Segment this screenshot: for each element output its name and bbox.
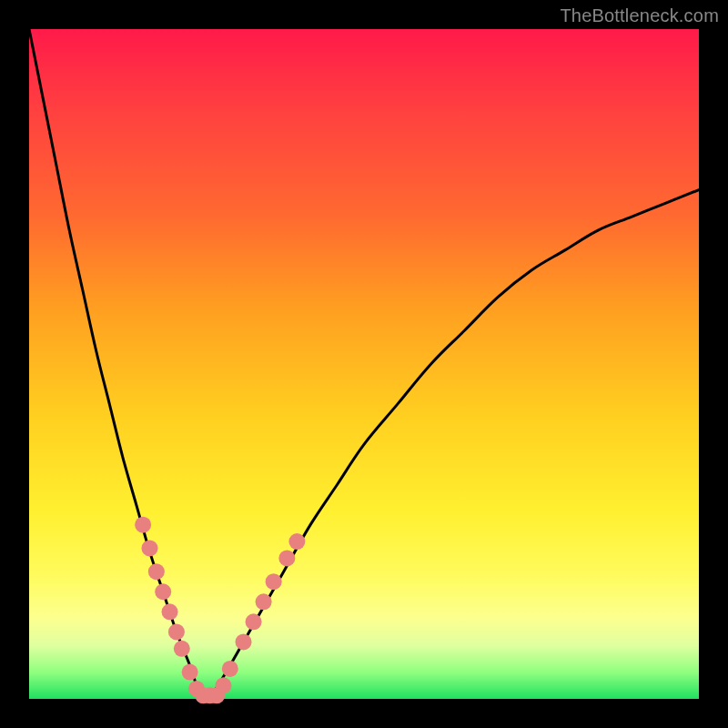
data-marker bbox=[182, 664, 198, 681]
data-marker bbox=[168, 623, 185, 640]
markers-group bbox=[135, 517, 305, 704]
plot-area bbox=[29, 29, 699, 699]
data-marker bbox=[236, 633, 252, 650]
data-marker bbox=[162, 603, 178, 620]
data-marker bbox=[148, 563, 165, 580]
data-marker bbox=[246, 613, 262, 630]
data-marker bbox=[256, 593, 272, 610]
data-marker bbox=[174, 641, 190, 657]
watermark-text: TheBottleneck.com bbox=[560, 5, 719, 26]
curve-right bbox=[210, 190, 699, 699]
chart-svg bbox=[29, 29, 699, 699]
chart-container: TheBottleneck.com bbox=[0, 0, 728, 728]
data-marker bbox=[215, 677, 231, 693]
data-marker bbox=[141, 540, 157, 556]
data-marker bbox=[135, 517, 151, 533]
curve-left bbox=[29, 29, 210, 700]
data-marker bbox=[278, 550, 295, 566]
data-marker bbox=[155, 583, 171, 600]
data-marker bbox=[288, 533, 305, 550]
data-marker bbox=[222, 661, 238, 677]
data-marker bbox=[266, 573, 282, 590]
